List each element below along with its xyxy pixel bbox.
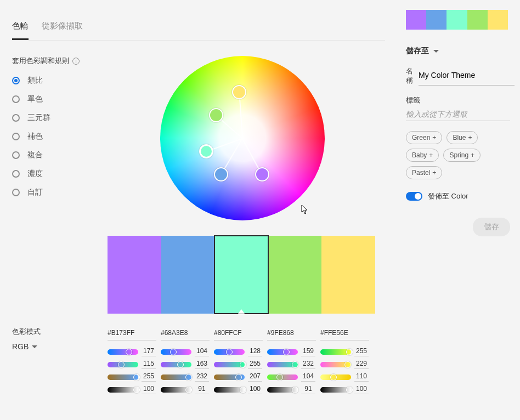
publish-toggle[interactable] [406,192,422,201]
tag-chip[interactable]: Baby+ [406,149,439,162]
color-wheel[interactable] [160,56,325,220]
slider-value[interactable]: 91 [195,385,209,394]
tags-input[interactable] [406,109,510,121]
r-slider[interactable] [320,349,351,355]
slider-value[interactable]: 104 [301,372,315,382]
slider-value[interactable]: 232 [195,372,209,382]
save-button[interactable]: 儲存 [473,218,510,236]
rule-option[interactable]: 自訂 [12,188,100,197]
wheel-handle[interactable] [232,85,246,99]
theme-name-input[interactable] [419,67,515,86]
slider-row: 104 [267,372,316,382]
g-slider[interactable] [108,362,138,367]
radio [12,77,20,84]
hex-value[interactable]: #B173FF [108,328,156,340]
slider-value[interactable]: 100 [354,385,369,394]
radio [12,114,20,122]
hex-value[interactable]: #68A3E8 [161,328,210,340]
slider-value[interactable]: 229 [354,360,369,369]
b-slider[interactable] [108,374,138,380]
b-slider[interactable] [320,374,351,380]
swatch[interactable] [321,236,375,314]
b-slider[interactable] [267,374,298,380]
slider-row: 110 [320,372,369,382]
hex-value[interactable]: #80FFCF [214,328,263,340]
swatch[interactable] [268,236,322,314]
g-slider[interactable] [320,362,351,367]
slider-row: 100 [108,385,156,394]
slider-value[interactable]: 91 [301,385,315,394]
color-mode-select[interactable]: RGB [12,342,41,351]
slider-value[interactable]: 110 [354,372,369,382]
slider-value[interactable]: 100 [142,385,156,394]
slider-value[interactable]: 207 [248,372,262,382]
wheel-handle[interactable] [255,167,269,181]
slider-value[interactable]: 177 [142,347,156,356]
save-to-toggle[interactable]: 儲存至 [406,46,510,56]
rule-option[interactable]: 濃度 [12,169,100,179]
g-slider[interactable] [267,362,298,367]
wheel-spoke [239,93,242,139]
tag-chip[interactable]: Spring+ [443,149,481,162]
hex-value[interactable]: #9FE868 [267,328,316,340]
slider-row: 232 [267,360,316,369]
a-slider[interactable] [161,387,191,393]
wheel-handle[interactable] [199,144,213,158]
swatch[interactable] [214,236,268,314]
rule-option[interactable]: 三元群 [12,113,100,123]
a-slider[interactable] [320,387,351,393]
tag-chip[interactable]: Blue+ [446,131,478,144]
r-slider[interactable] [161,349,191,355]
wheel-handle[interactable] [209,108,223,122]
rule-option[interactable]: 補色 [12,132,100,141]
rule-label: 補色 [27,132,43,141]
b-slider[interactable] [214,374,245,380]
tag-chip[interactable]: Pastel+ [406,166,442,179]
r-slider[interactable] [108,349,138,355]
slider-row: 163 [161,360,210,369]
b-slider[interactable] [161,374,191,380]
a-slider[interactable] [108,387,138,393]
slider-row: 104 [161,347,210,356]
r-slider[interactable] [267,349,298,355]
slider-value[interactable]: 163 [195,360,209,369]
cursor-pointer [301,205,309,217]
mini-swatch [467,10,488,30]
slider-value[interactable]: 232 [301,360,315,369]
tabs: 色輪 從影像擷取 [12,21,385,41]
plus-icon: + [432,169,436,177]
rule-option[interactable]: 複合 [12,150,100,160]
swatch[interactable] [108,236,161,314]
slider-value[interactable]: 128 [248,347,262,356]
slider-value[interactable]: 255 [248,360,262,369]
rule-option[interactable]: 類比 [12,76,100,86]
publish-label: 發佈至 Color [428,191,468,201]
radio [12,189,20,196]
slider-value[interactable]: 104 [195,347,209,356]
swatch[interactable] [161,236,215,314]
r-slider[interactable] [214,349,245,355]
info-icon[interactable]: i [72,58,80,65]
g-slider[interactable] [214,362,245,367]
mini-swatch [406,10,426,30]
a-slider[interactable] [267,387,298,393]
radio [12,170,20,178]
slider-value[interactable]: 115 [142,360,156,369]
mini-palette [406,10,508,30]
tab-extract[interactable]: 從影像擷取 [42,21,83,33]
slider-value[interactable]: 255 [142,372,156,382]
slider-value[interactable]: 159 [301,347,315,356]
slider-row: 229 [320,360,369,369]
rule-label: 濃度 [27,169,43,179]
slider-value[interactable]: 100 [248,385,262,394]
a-slider[interactable] [214,387,245,393]
tab-color-wheel[interactable]: 色輪 [12,21,29,40]
rule-option[interactable]: 單色 [12,94,100,104]
color-mode-title: 色彩模式 [12,327,41,337]
tag-chip[interactable]: Green+ [406,131,442,144]
slider-row: 255 [320,347,369,356]
hex-value[interactable]: #FFE56E [320,328,369,340]
wheel-handle[interactable] [214,167,228,181]
slider-value[interactable]: 255 [354,347,369,356]
g-slider[interactable] [161,362,191,367]
